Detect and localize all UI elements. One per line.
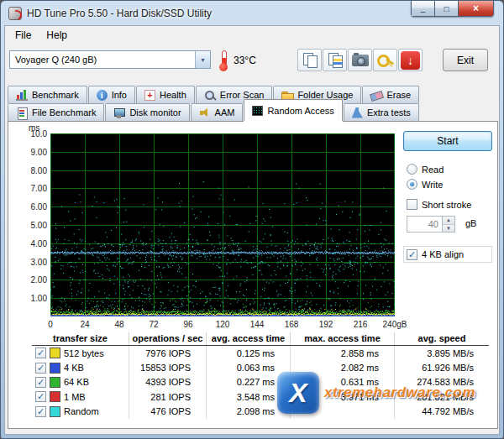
keys-button[interactable] bbox=[373, 49, 397, 71]
watermark: X xtremehardware.com bbox=[277, 372, 475, 414]
copy-icon bbox=[302, 53, 318, 67]
exit-button[interactable]: Exit bbox=[443, 49, 488, 71]
minimize-button[interactable]: – bbox=[411, 1, 435, 17]
row-checkbox[interactable]: ✓ bbox=[35, 377, 46, 388]
series-color-swatch bbox=[50, 363, 60, 374]
results-table-header: transfer size operations / sec avg. acce… bbox=[32, 332, 489, 346]
chart-area bbox=[50, 133, 395, 316]
menu-item-help[interactable]: Help bbox=[39, 27, 75, 44]
row-checkbox[interactable]: ✓ bbox=[35, 391, 46, 402]
random-access-chart bbox=[50, 133, 395, 316]
transfer-size-label: 64 KB bbox=[64, 377, 89, 387]
tab-extra-tests[interactable]: Extra tests bbox=[344, 103, 419, 121]
read-option: Read bbox=[407, 164, 444, 175]
menu-item-file[interactable]: File bbox=[8, 27, 39, 44]
x-tick: 144 bbox=[250, 320, 265, 329]
screenshot-button[interactable] bbox=[348, 49, 372, 71]
maximize-button[interactable]: □ bbox=[435, 1, 459, 17]
tab-info[interactable]: iInfo bbox=[88, 86, 135, 103]
transfer-size-label: 1 MB bbox=[64, 392, 86, 402]
ops-value: 476 IOPS bbox=[129, 405, 207, 419]
tab-benchmark[interactable]: Benchmark bbox=[8, 86, 87, 103]
hd-tune-window: HD Tune Pro 5.50 - Hard Disk/SSD Utility… bbox=[0, 0, 504, 439]
camera-icon bbox=[352, 55, 369, 66]
avg-speed-value: 3.895 MB/s bbox=[395, 346, 489, 360]
y-tick: 10.0 bbox=[31, 129, 47, 138]
max-access-value: 2.858 ms bbox=[291, 346, 395, 360]
thermometer-icon bbox=[218, 50, 228, 71]
ops-value: 15853 IOPS bbox=[129, 360, 207, 374]
x-tick: 240gB bbox=[383, 320, 407, 329]
tab-aam[interactable]: AAM bbox=[191, 103, 244, 121]
row-checkbox[interactable]: ✓ bbox=[35, 363, 46, 374]
row-checkbox[interactable]: ✓ bbox=[35, 406, 46, 417]
write-radio[interactable] bbox=[407, 179, 417, 190]
series-color-swatch bbox=[50, 406, 60, 417]
x-tick: 192 bbox=[319, 320, 333, 329]
benchmark-icon bbox=[16, 90, 28, 101]
write-label: Write bbox=[422, 180, 443, 190]
y-axis-labels: 10.09.008.007.006.005.004.003.002.001.00 bbox=[12, 122, 47, 323]
tab-erase[interactable]: Erase bbox=[362, 86, 419, 103]
x-tick: 120 bbox=[216, 320, 230, 329]
capacity-spinner: ▲ ▼ bbox=[442, 217, 454, 232]
spin-down-button[interactable]: ▼ bbox=[443, 224, 454, 233]
transfer-size-label: Random bbox=[64, 406, 99, 416]
row-checkbox[interactable]: ✓ bbox=[35, 348, 46, 358]
chevron-down-icon[interactable]: ▼ bbox=[195, 51, 210, 68]
short-stroke-option: ✓ Short stroke bbox=[407, 199, 471, 210]
random-access-icon bbox=[252, 106, 263, 116]
check-icon: ✓ bbox=[37, 406, 45, 417]
x-tick: 72 bbox=[149, 320, 158, 329]
watermark-x: X bbox=[289, 378, 307, 409]
copy-image-button[interactable] bbox=[323, 49, 347, 71]
copy-image-icon bbox=[328, 53, 343, 67]
start-button[interactable]: Start bbox=[403, 131, 492, 151]
spin-up-button[interactable]: ▲ bbox=[443, 217, 454, 224]
tab-health[interactable]: +Health bbox=[136, 86, 195, 103]
tab-row-2: File Benchmark Disk monitor AAM Random A… bbox=[8, 103, 420, 121]
col-avg-access-header: avg. access time bbox=[207, 332, 291, 345]
capacity-unit-label: gB bbox=[465, 218, 476, 228]
check-icon: ✓ bbox=[37, 391, 45, 402]
align-checkbox[interactable]: ✓ bbox=[407, 249, 417, 260]
capacity-value[interactable]: 40 bbox=[407, 217, 442, 232]
watermark-logo: X bbox=[277, 372, 319, 414]
tab-label: Disk monitor bbox=[129, 107, 181, 118]
save-results-button[interactable]: ↓ bbox=[398, 49, 423, 71]
tab-file-benchmark[interactable]: File Benchmark bbox=[8, 103, 104, 121]
y-tick: 1.00 bbox=[31, 294, 47, 303]
short-stroke-label: Short stroke bbox=[422, 200, 471, 210]
tab-random-access[interactable]: Random Access bbox=[244, 99, 342, 121]
ops-value: 281 IOPS bbox=[129, 389, 207, 404]
read-radio[interactable] bbox=[407, 164, 417, 175]
health-icon: + bbox=[144, 90, 155, 101]
col-max-access-header: max. access time bbox=[291, 332, 395, 345]
y-tick: 9.00 bbox=[31, 148, 47, 157]
tab-label: Benchmark bbox=[32, 90, 79, 100]
table-row: ✓ 512 bytes 7976 IOPS 0.125 ms 2.858 ms … bbox=[32, 346, 489, 360]
write-option: Write bbox=[407, 179, 443, 190]
capacity-input[interactable]: 40 ▲ ▼ bbox=[407, 216, 455, 233]
x-tick: 216 bbox=[354, 320, 368, 329]
x-tick: 96 bbox=[183, 320, 192, 329]
copy-text-button[interactable] bbox=[297, 49, 322, 71]
close-button[interactable]: × bbox=[459, 1, 494, 17]
check-icon: ✓ bbox=[37, 348, 45, 358]
y-tick: 4.00 bbox=[31, 239, 47, 248]
tab-disk-monitor[interactable]: Disk monitor bbox=[105, 103, 189, 121]
speaker-icon bbox=[199, 107, 211, 118]
download-arrow-icon: ↓ bbox=[401, 51, 420, 70]
col-avg-speed-header: avg. speed bbox=[395, 332, 489, 345]
tab-label: Health bbox=[160, 90, 186, 100]
menubar: File Help bbox=[5, 26, 499, 44]
window-title: HD Tune Pro 5.50 - Hard Disk/SSD Utility bbox=[27, 8, 212, 19]
ops-value: 4393 IOPS bbox=[129, 375, 207, 389]
x-tick: 168 bbox=[285, 320, 299, 329]
tab-label: Random Access bbox=[267, 106, 333, 116]
x-tick: 0 bbox=[48, 320, 53, 329]
window-controls: – □ × bbox=[411, 1, 494, 17]
short-stroke-checkbox[interactable]: ✓ bbox=[407, 199, 417, 210]
drive-select[interactable]: Voyager Q (240 gB) ▼ bbox=[9, 50, 211, 69]
x-tick: 48 bbox=[114, 320, 123, 329]
